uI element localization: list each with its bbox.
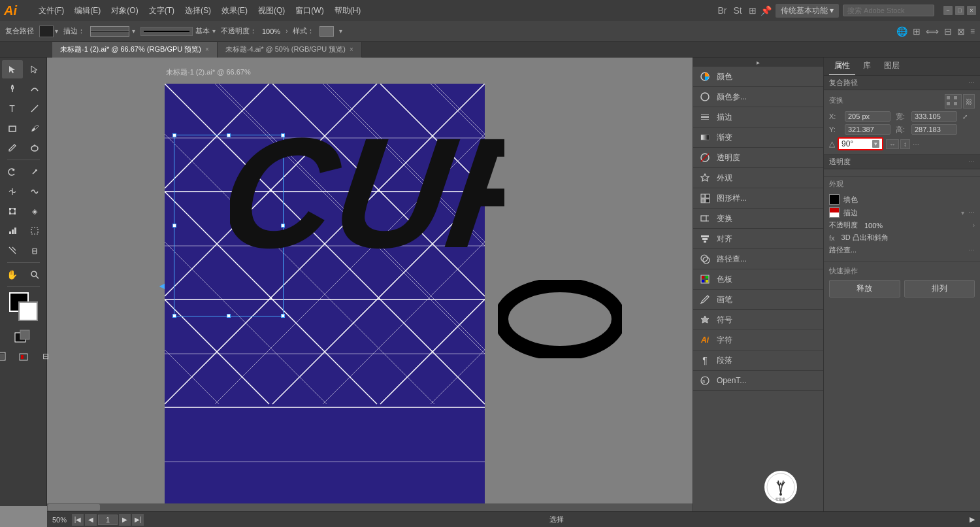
stroke-dropdown[interactable]: ▾ (132, 27, 135, 35)
menu-object[interactable]: 对象(O) (106, 4, 142, 18)
align-icon[interactable]: ⊟ (944, 26, 952, 37)
menu-text[interactable]: 文字(T) (144, 4, 179, 18)
tab-2-close[interactable]: × (350, 46, 353, 53)
warp-tool-btn[interactable] (24, 182, 45, 201)
normal-screen-btn[interactable] (0, 347, 12, 366)
free-transform-tool-btn[interactable] (2, 202, 23, 220)
release-button[interactable]: 释放 (829, 280, 900, 298)
panel-color-guide[interactable]: 颜色参... (693, 87, 823, 107)
stroke-value-display[interactable] (90, 26, 129, 37)
prev-page-btn[interactable]: ◀ (85, 514, 97, 526)
panel-transform[interactable]: 变换 (693, 209, 823, 229)
zoom-tool-btn[interactable] (24, 265, 45, 284)
search-input[interactable] (843, 5, 934, 16)
line-style-dropdown[interactable]: ▾ (212, 27, 216, 35)
style-swatch[interactable] (319, 26, 334, 37)
layers-tab[interactable]: 图层 (879, 58, 905, 75)
compound-path-more-icon[interactable]: ⋯ (968, 79, 975, 86)
rotate-tool-btn[interactable] (2, 163, 23, 181)
stroke-expand-icon[interactable]: ▾ (961, 209, 964, 216)
artboard-tool-btn[interactable] (24, 222, 45, 240)
panel-swatches[interactable]: 色板 (693, 269, 823, 290)
workspace-selector[interactable]: 传统基本功能 ▾ (776, 4, 839, 18)
globe-icon[interactable]: 🌐 (896, 26, 907, 37)
grid-view-icon[interactable]: ⊞ (913, 26, 921, 37)
angle-input[interactable] (841, 139, 871, 148)
scale-tool-btn[interactable] (24, 163, 45, 181)
hand-tool-btn[interactable]: ✋ (2, 265, 23, 284)
panel-color[interactable]: 颜色 (693, 67, 823, 87)
transparency-more[interactable]: ⋯ (968, 158, 975, 165)
h-input[interactable] (911, 124, 957, 135)
path-expand-icon[interactable]: ⋯ (968, 246, 975, 254)
panel-graphic-styles[interactable]: 图形样... (693, 188, 823, 209)
panel-appearance[interactable]: 外观 (693, 168, 823, 188)
panel-symbols[interactable]: 符号 (693, 310, 823, 330)
menu-window[interactable]: 窗口(W) (291, 4, 328, 18)
panel-stroke[interactable]: 描边 (693, 107, 823, 128)
bridge-icon[interactable]: Br (717, 5, 727, 16)
opacity-expand-icon[interactable]: › (973, 222, 975, 229)
first-page-btn[interactable]: |◀ (72, 514, 84, 526)
horizontal-scrollbar-thumb[interactable] (48, 504, 100, 511)
panel-character[interactable]: Ai 字符 (693, 330, 823, 350)
next-page-btn[interactable]: ▶ (119, 514, 131, 526)
x-input[interactable] (845, 111, 890, 122)
line-tool-btn[interactable] (24, 99, 45, 118)
opacity-more-icon[interactable]: › (286, 27, 287, 35)
tab-2[interactable]: 未标题-4.ai* @ 50% (RGB/GPU 预览) × (218, 42, 362, 58)
last-page-btn[interactable]: ▶| (132, 514, 144, 526)
width-tool-btn[interactable] (2, 182, 23, 201)
tab-1[interactable]: 未标题-1 (2).ai* @ 66.67% (RGB/GPU 预览) × (52, 42, 218, 58)
style-dropdown[interactable]: ▾ (339, 27, 342, 35)
panel-list-collapse[interactable]: ▸ (693, 58, 823, 67)
eraser-tool-btn[interactable] (24, 241, 45, 260)
maximize-button[interactable]: □ (955, 6, 964, 15)
stroke-more-icon[interactable]: ⋯ (968, 209, 975, 216)
pencil-tool-btn[interactable] (2, 139, 23, 157)
presentation-btn[interactable]: ⊟ (35, 347, 56, 366)
y-input[interactable] (845, 124, 890, 135)
close-button[interactable]: × (967, 6, 976, 15)
selection-tool-btn[interactable] (2, 60, 23, 78)
brush-tool-btn[interactable]: 🖌 (24, 119, 45, 137)
menu-effect[interactable]: 效果(E) (217, 4, 252, 18)
panel-transparency[interactable]: 透明度 (693, 148, 823, 168)
stroke-color-box[interactable] (829, 207, 840, 218)
panel-pathfinder[interactable]: 路径查... (693, 249, 823, 269)
menu-view[interactable]: 视图(Q) (253, 4, 289, 18)
scale-icon[interactable]: ⤢ (960, 111, 970, 122)
menu-help[interactable]: 帮助(H) (330, 4, 366, 18)
more-options-icon[interactable]: ≡ (970, 27, 975, 36)
properties-tab[interactable]: 属性 (829, 58, 855, 75)
fill-color-swatch[interactable] (39, 26, 54, 37)
angle-dropdown-btn[interactable]: ▾ (872, 140, 879, 148)
minimize-button[interactable]: − (943, 6, 953, 15)
background-color[interactable] (18, 301, 38, 321)
pin-icon[interactable]: 📌 (760, 5, 772, 16)
fill-dropdown[interactable]: ▾ (55, 27, 58, 35)
transform-grid-icon[interactable] (945, 94, 962, 109)
panel-opentype[interactable]: fi OpenT... (693, 371, 823, 391)
transform-icon[interactable]: ⟺ (926, 26, 939, 37)
flip-h-btn[interactable]: ↔ (886, 139, 899, 149)
menu-file[interactable]: 文件(F) (34, 4, 69, 18)
fill-color-box[interactable] (829, 194, 840, 205)
grid-icon[interactable]: ⊞ (749, 5, 757, 16)
transform-more-icon[interactable]: ⋯ (913, 141, 919, 148)
graph-tool-btn[interactable] (2, 222, 23, 240)
stock-icon[interactable]: St (733, 5, 742, 16)
direct-selection-tool-btn[interactable] (24, 60, 45, 78)
full-screen-btn[interactable] (13, 347, 34, 366)
constrain-proportions-btn[interactable]: ⛓ (963, 94, 975, 109)
panel-brushes[interactable]: 画笔 (693, 290, 823, 310)
pen-tool-btn[interactable] (2, 80, 23, 98)
panel-paragraph[interactable]: ¶ 段落 (693, 350, 823, 371)
shape-tool-btn[interactable] (2, 119, 23, 137)
curvature-tool-btn[interactable] (24, 80, 45, 98)
symbol-tool-btn[interactable]: ◈ (24, 202, 45, 220)
arrange-button[interactable]: 排列 (904, 280, 975, 298)
page-number-input[interactable] (98, 515, 118, 525)
fill-icon-btn[interactable] (13, 328, 34, 346)
panel-gradient[interactable]: 渐变 (693, 128, 823, 148)
